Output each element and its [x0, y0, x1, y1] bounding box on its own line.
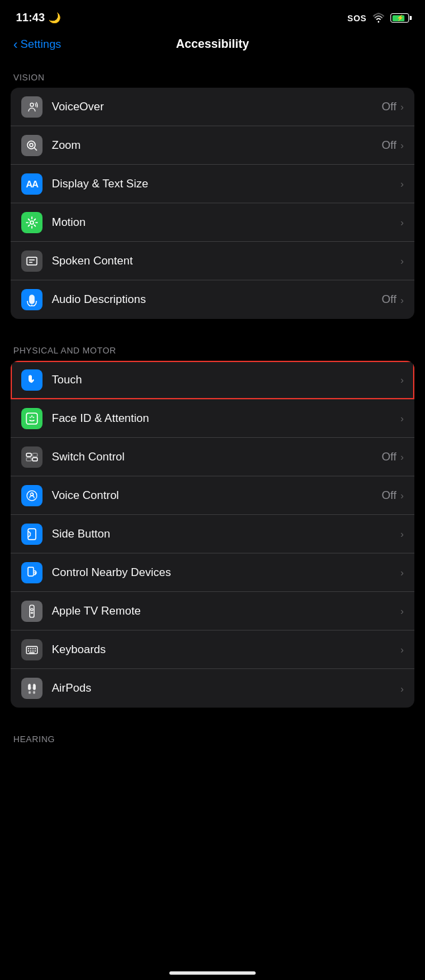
airpods-chevron: › [400, 683, 404, 694]
row-airpods[interactable]: AirPods › [11, 669, 414, 708]
voice-control-chevron: › [400, 490, 404, 501]
back-label: Settings [21, 38, 61, 51]
moon-icon: 🌙 [48, 12, 61, 24]
keyboards-label: Keyboards [52, 643, 400, 656]
apple-tv-chevron: › [400, 605, 404, 617]
keyboards-chevron: › [400, 644, 404, 655]
home-indicator [169, 971, 256, 975]
battery-icon: ⚡ [390, 13, 409, 23]
switch-control-value: Off [382, 450, 396, 464]
display-text-chevron: › [400, 178, 404, 189]
wifi-icon [372, 11, 385, 25]
voiceover-chevron: › [400, 101, 404, 112]
side-button-chevron: › [400, 528, 404, 539]
nav-header: ‹ Settings Accessibility [0, 32, 425, 62]
charging-bolt: ⚡ [396, 15, 404, 21]
svg-point-1 [31, 103, 34, 106]
svg-line-4 [34, 147, 37, 150]
side-button-label: Side Button [52, 528, 400, 541]
row-display-text[interactable]: AA Display & Text Size › [11, 165, 414, 203]
row-audio-desc[interactable]: Audio Descriptions Off › [11, 280, 414, 319]
row-side-button[interactable]: Side Button › [11, 515, 414, 553]
time-display: 11:43 [16, 11, 44, 25]
display-text-icon: AA [21, 173, 42, 195]
apple-tv-label: Apple TV Remote [52, 605, 400, 618]
spoken-content-label: Spoken Content [52, 254, 400, 268]
control-nearby-chevron: › [400, 567, 404, 578]
keyboards-icon [21, 639, 42, 660]
svg-rect-14 [33, 457, 38, 460]
status-time: 11:43 🌙 [16, 11, 61, 25]
row-voiceover[interactable]: VoiceOver Off › [11, 88, 414, 126]
svg-rect-36 [29, 691, 31, 694]
row-voice-control[interactable]: Voice Control Off › [11, 476, 414, 515]
control-nearby-icon [21, 562, 42, 583]
touch-icon [21, 369, 42, 391]
back-button[interactable]: ‹ Settings [13, 37, 61, 52]
voiceover-icon [21, 96, 42, 118]
voice-control-value: Off [382, 489, 396, 502]
row-switch-control[interactable]: Switch Control Off › [11, 438, 414, 476]
section-label-physical: PHYSICAL AND MOTOR [0, 335, 425, 361]
spoken-content-icon [21, 250, 42, 272]
audio-desc-label: Audio Descriptions [52, 293, 382, 306]
svg-point-23 [31, 608, 33, 610]
svg-rect-37 [33, 691, 35, 694]
face-id-chevron: › [400, 413, 404, 424]
apple-tv-icon [21, 601, 42, 622]
svg-rect-13 [27, 453, 32, 456]
svg-rect-15 [27, 457, 32, 460]
switch-control-chevron: › [400, 451, 404, 462]
spoken-content-chevron: › [400, 255, 404, 266]
svg-rect-22 [30, 605, 35, 617]
svg-point-5 [31, 221, 34, 224]
audio-desc-chevron: › [400, 294, 404, 306]
row-touch[interactable]: Touch › [11, 361, 414, 399]
airpods-label: AirPods [52, 682, 400, 695]
motion-icon [21, 212, 42, 233]
svg-point-0 [378, 21, 380, 23]
control-nearby-label: Control Nearby Devices [52, 566, 400, 579]
motion-label: Motion [52, 216, 400, 229]
svg-point-11 [30, 417, 31, 418]
section-label-vision: VISION [0, 62, 425, 88]
svg-rect-16 [33, 453, 38, 456]
zoom-icon [21, 135, 42, 156]
row-apple-tv[interactable]: Apple TV Remote › [11, 592, 414, 631]
row-spoken-content[interactable]: Spoken Content › [11, 242, 414, 280]
touch-label: Touch [52, 373, 400, 387]
row-zoom[interactable]: Zoom Off › [11, 126, 414, 165]
sos-indicator: SOS [347, 13, 367, 23]
audio-desc-value: Off [382, 293, 396, 306]
section-label-hearing: HEARING [0, 724, 425, 749]
zoom-value: Off [382, 139, 396, 152]
display-text-label: Display & Text Size [52, 177, 400, 191]
motion-chevron: › [400, 217, 404, 228]
vision-group: VoiceOver Off › Zoom Off › AA Display & … [11, 88, 414, 319]
audio-desc-icon [21, 289, 42, 310]
row-keyboards[interactable]: Keyboards › [11, 631, 414, 669]
zoom-chevron: › [400, 140, 404, 151]
svg-point-12 [33, 417, 35, 418]
svg-rect-10 [27, 413, 38, 424]
battery-indicator: ⚡ [390, 13, 409, 23]
svg-rect-21 [28, 567, 33, 575]
zoom-label: Zoom [52, 139, 382, 152]
face-id-icon [21, 408, 42, 429]
airpods-icon [21, 678, 42, 699]
physical-motor-group: Touch › Face ID & Attention › Switc [11, 361, 414, 708]
switch-control-icon [21, 446, 42, 468]
voice-control-icon [21, 485, 42, 506]
voiceover-label: VoiceOver [52, 100, 382, 114]
svg-point-3 [30, 143, 33, 146]
status-bar: 11:43 🌙 SOS ⚡ [0, 0, 425, 32]
svg-point-2 [27, 141, 35, 149]
side-button-icon [21, 524, 42, 545]
touch-chevron: › [400, 374, 404, 385]
row-control-nearby[interactable]: Control Nearby Devices › [11, 553, 414, 592]
status-right: SOS ⚡ [347, 11, 409, 25]
voiceover-value: Off [382, 100, 396, 114]
row-motion[interactable]: Motion › [11, 203, 414, 242]
face-id-label: Face ID & Attention [52, 412, 400, 425]
row-face-id[interactable]: Face ID & Attention › [11, 399, 414, 438]
